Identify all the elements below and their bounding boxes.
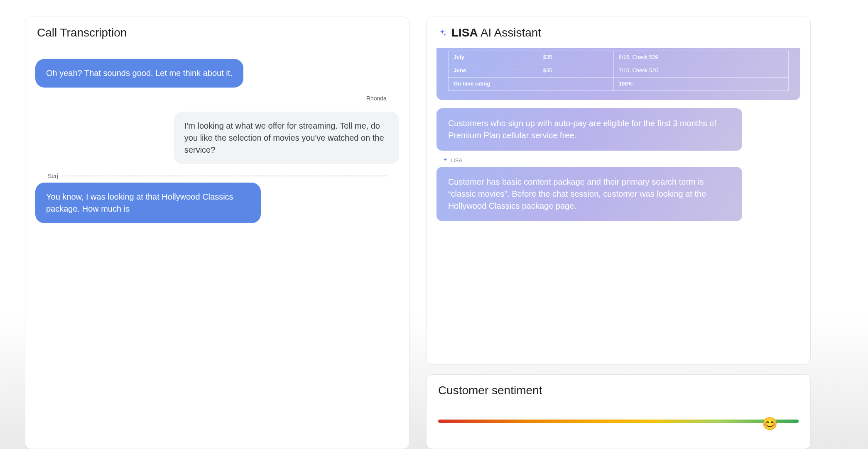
- lisa-assistant-panel: LISA AI Assistant July$358/15, Check 539…: [426, 17, 811, 364]
- lisa-insight-card: Customers who sign up with auto-pay are …: [436, 108, 742, 151]
- lisa-card-label: LISA: [442, 157, 800, 163]
- sentiment-indicator-emoji: 😊: [762, 416, 777, 431]
- customer-bubble: You know, I was looking at that Hollywoo…: [35, 183, 261, 223]
- customer-sentiment-title: Customer sentiment: [427, 375, 810, 397]
- payment-history-table: July$358/15, Check 539June$357/15, Check…: [448, 51, 789, 91]
- lisa-assistant-title: LISA AI Assistant: [427, 17, 810, 48]
- lisa-history-card: July$358/15, Check 539June$357/15, Check…: [436, 48, 800, 100]
- lisa-insight-card: Customer has basic content package and t…: [436, 167, 742, 221]
- table-row: On time rating100%: [448, 77, 788, 90]
- call-transcription-title: Call Transcription: [25, 17, 409, 48]
- call-transcription-body[interactable]: Oh yeah? That sounds good. Let me think …: [25, 48, 409, 449]
- sparkle-icon: [438, 29, 446, 37]
- chat-message: You know, I was looking at that Hollywoo…: [35, 183, 399, 223]
- lisa-title-bold: LISA: [451, 26, 478, 39]
- agent-bubble: I'm looking at what we offer for streami…: [174, 112, 399, 164]
- speaker-label: Serj: [48, 173, 58, 179]
- sparkle-icon: [442, 157, 448, 163]
- customer-sentiment-panel: Customer sentiment 😊: [426, 374, 811, 449]
- lisa-assistant-body[interactable]: July$358/15, Check 539June$357/15, Check…: [427, 48, 810, 364]
- chat-message: Oh yeah? That sounds good. Let me think …: [35, 59, 399, 88]
- speaker-label: Rhonda: [366, 95, 387, 102]
- call-transcription-panel: Call Transcription Oh yeah? That sounds …: [25, 17, 409, 449]
- sentiment-bar: 😊: [438, 420, 799, 432]
- lisa-title-rest: AI Assistant: [481, 26, 541, 39]
- chat-message: I'm looking at what we offer for streami…: [35, 112, 399, 164]
- speaker-divider: Serj: [48, 173, 387, 179]
- customer-bubble: Oh yeah? That sounds good. Let me think …: [35, 59, 243, 88]
- table-row: July$358/15, Check 539: [448, 51, 788, 64]
- table-row: June$357/15, Check 525: [448, 64, 788, 77]
